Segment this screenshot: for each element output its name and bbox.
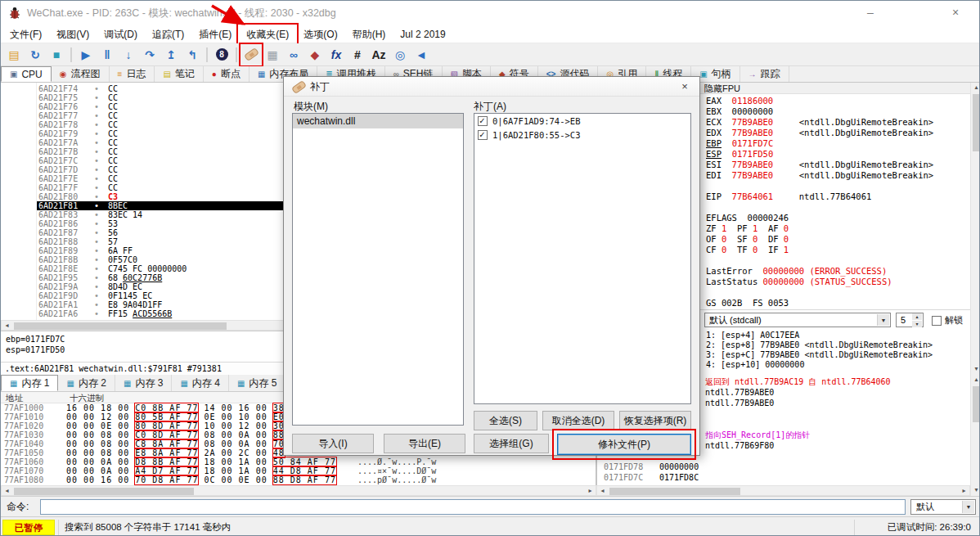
register-line xyxy=(699,202,970,213)
az-button[interactable]: Az xyxy=(369,45,389,65)
import-button[interactable]: 导入(I) xyxy=(292,434,374,453)
goggles-button[interactable]: ∞ xyxy=(284,45,303,65)
pick-groups-button[interactable]: 选择组(G) xyxy=(474,434,549,453)
scroll-thumb[interactable] xyxy=(973,94,980,151)
step-out-button[interactable]: ↥ xyxy=(161,45,181,65)
dump-address: 77AF1000 xyxy=(4,403,43,412)
dump-tab-4[interactable]: ▦内存 4 xyxy=(172,375,228,391)
disasm-address: 6AD21FA6 xyxy=(38,309,78,318)
menu-view[interactable]: 视图(V) xyxy=(49,25,97,43)
stack-v-scrollbar[interactable]: ▴ ▾ xyxy=(970,375,980,496)
stack-h-scrollbar[interactable]: ◂ ▸ xyxy=(596,485,970,496)
bug-icon xyxy=(8,7,21,20)
dialog-title-bar[interactable]: 补丁 × xyxy=(284,77,699,97)
registers-v-scrollbar[interactable]: ▴ ▾ xyxy=(970,83,980,375)
open-file-button[interactable]: ▤ xyxy=(4,45,24,65)
scroll-down-arrow-icon[interactable]: ▾ xyxy=(971,364,980,375)
tab-breakpoints[interactable]: ●断点 xyxy=(204,66,249,82)
command-input[interactable] xyxy=(40,499,906,515)
hex-group: 0C 00 0E 00 xyxy=(204,475,267,484)
hide-fpu-button[interactable]: 隐藏FPU xyxy=(699,83,970,94)
patch-button[interactable] xyxy=(241,45,261,65)
memory-map-button[interactable]: ▦ xyxy=(263,45,282,65)
step-over-button[interactable]: ↷ xyxy=(140,45,160,65)
tab-breakpoints-label: 断点 xyxy=(221,67,241,81)
calling-convention-select[interactable]: 默认 (stdcall) ▼ xyxy=(704,313,891,327)
scroll-thumb[interactable] xyxy=(14,322,227,330)
tab-log[interactable]: ≡日志 xyxy=(110,66,155,82)
minimize-button[interactable]: – xyxy=(853,1,888,25)
patches-list[interactable]: 0|6A7F1AD9:74->EB1|6AD21F80:55->C3 xyxy=(474,113,691,404)
scroll-up-arrow-icon[interactable]: ▴ xyxy=(971,83,980,93)
restart-button[interactable]: ↻ xyxy=(25,45,45,65)
dump-row[interactable]: 77AF108000 00 16 0070 D8 AF 770C 00 0E 0… xyxy=(1,475,596,484)
dump-h-scrollbar[interactable]: ◂ ▸ xyxy=(1,485,596,496)
dump-row[interactable]: 77AF107000 00 0A 00A4 D7 AF 7718 00 1A 0… xyxy=(1,466,596,475)
dump-tab-5[interactable]: ▦内存 5 xyxy=(229,375,285,391)
disasm-bytes: C745 FC 00000000 xyxy=(108,264,187,273)
shield-button[interactable]: ◆ xyxy=(305,45,325,65)
spinner-up-icon[interactable]: ▴ xyxy=(912,313,922,320)
register-lines: EAX 01186000EBX 00000000ECX 77B9ABE0 <nt… xyxy=(699,96,970,309)
dump-tab-2[interactable]: ▦内存 2 xyxy=(58,375,115,391)
menu-debug[interactable]: 调试(D) xyxy=(97,25,145,43)
eight-ball-button[interactable]: 8 xyxy=(212,45,232,65)
arg-line: 2: [esp+8] 77B9ABE0 <ntdll.DbgUiRemoteBr… xyxy=(699,340,970,350)
spinner-down-icon[interactable]: ▾ xyxy=(912,321,922,327)
unlock-checkbox[interactable]: 解锁 xyxy=(932,314,963,327)
pointer-highlight: 44 D8 AF 77 xyxy=(273,466,336,475)
scroll-down-arrow-icon[interactable]: ▾ xyxy=(971,485,980,496)
chevron-down-icon[interactable]: ▼ xyxy=(877,314,889,326)
tab-cpu[interactable]: ▣CPU xyxy=(1,66,52,82)
arg-count-stepper[interactable]: 5 ▴ ▾ xyxy=(896,313,924,327)
patch-checkbox[interactable] xyxy=(478,116,488,126)
fx-button[interactable]: fx xyxy=(326,45,346,65)
step-into-button[interactable]: ↓ xyxy=(119,45,138,65)
scroll-up-arrow-icon[interactable]: ▴ xyxy=(971,375,980,385)
patch-item[interactable]: 0|6A7F1AD9:74->EB xyxy=(474,114,690,128)
stop-button[interactable]: ■ xyxy=(47,45,66,65)
speaker-button[interactable]: ◄ xyxy=(411,45,431,65)
deselect-all-button[interactable]: 取消全选(D) xyxy=(542,411,614,430)
scroll-thumb[interactable] xyxy=(973,386,980,422)
doc-search-button[interactable]: ◎ xyxy=(390,45,410,65)
scroll-thumb[interactable] xyxy=(14,488,194,495)
run-to-return-button[interactable]: ↰ xyxy=(182,45,202,65)
stack-row[interactable]: 0171FD7C0171FD8C xyxy=(597,472,970,483)
tab-graph[interactable]: ◉流程图 xyxy=(52,66,110,82)
tab-trace[interactable]: →跟踪 xyxy=(740,66,789,82)
close-button[interactable]: × xyxy=(938,1,973,25)
dump-tab-3[interactable]: ▦内存 3 xyxy=(115,375,172,391)
patch-checkbox[interactable] xyxy=(478,130,488,140)
dialog-close-icon[interactable]: × xyxy=(675,79,695,94)
disasm-address: 6AD21F89 xyxy=(38,246,78,255)
chevron-down-icon[interactable]: ▼ xyxy=(962,501,974,513)
dump-ascii: ....Ø.¯w....P.¯w xyxy=(357,457,436,466)
menu-file[interactable]: 文件(F) xyxy=(2,25,49,43)
dump-header-hex: 十六进制 xyxy=(70,392,104,403)
shield-icon: ◆ xyxy=(311,48,320,61)
select-all-button[interactable]: 全选(S) xyxy=(474,411,537,430)
checkbox-icon[interactable] xyxy=(932,316,942,326)
modules-list[interactable]: wechatwin.dll xyxy=(292,113,464,426)
hash-button[interactable]: # xyxy=(348,45,367,65)
menu-help[interactable]: 帮助(H) xyxy=(345,25,393,43)
scroll-thumb[interactable] xyxy=(609,488,740,495)
restore-selected-button[interactable]: 恢复选择项(R) xyxy=(619,411,691,430)
disasm-address: 6AD21F88 xyxy=(38,237,78,246)
dump-row[interactable]: 77AF106000 00 0A 00D8 8B AF 7718 00 1A 0… xyxy=(1,457,596,466)
tab-notes[interactable]: ▤笔记 xyxy=(155,66,203,82)
patch-item[interactable]: 1|6AD21F80:55->C3 xyxy=(474,128,690,142)
dump-tab-1[interactable]: ▦内存 1 xyxy=(1,375,58,391)
menu-options[interactable]: 选项(O) xyxy=(296,25,344,43)
patch-file-button[interactable]: 修补文件(P) xyxy=(557,434,691,455)
stack-row[interactable]: 0171FD7800000000 xyxy=(597,462,970,472)
pause-button[interactable]: ‖ xyxy=(97,45,117,65)
command-mode-select[interactable]: 默认 ▼ xyxy=(910,499,976,515)
run-button[interactable]: ▶ xyxy=(76,45,96,65)
menu-trace[interactable]: 追踪(T) xyxy=(145,25,191,43)
menu-plugins[interactable]: 插件(E) xyxy=(191,25,239,43)
export-button[interactable]: 导出(E) xyxy=(384,434,465,453)
menu-favourites[interactable]: 收藏夹(E) xyxy=(239,25,296,43)
module-item[interactable]: wechatwin.dll xyxy=(293,114,463,128)
